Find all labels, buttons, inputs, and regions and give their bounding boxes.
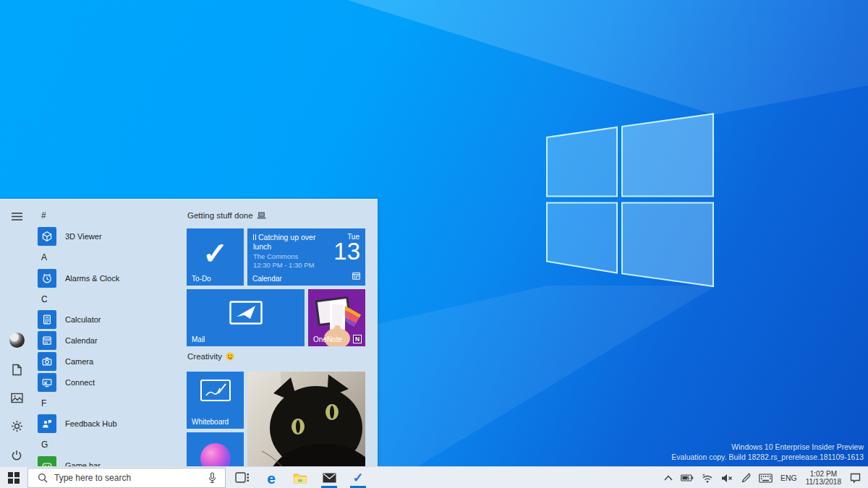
- watermark-line1: Windows 10 Enterprise Insider Preview: [671, 442, 864, 452]
- 3d-viewer-icon: [38, 227, 56, 246]
- app-list-item-alarms-clock[interactable]: Alarms & Clock: [33, 267, 187, 288]
- volume-muted-icon[interactable]: [718, 467, 736, 488]
- to-do-button[interactable]: ✓: [344, 467, 373, 488]
- paint-3d-icon: [200, 443, 231, 467]
- taskbar-search[interactable]: [27, 468, 226, 488]
- start-menu-rail: [0, 200, 33, 466]
- taskbar: e ✓: [0, 466, 868, 488]
- app-list-section-header[interactable]: A: [33, 247, 187, 268]
- app-label: Camera: [65, 357, 93, 366]
- app-label: 3D Viewer: [65, 232, 102, 241]
- connect-icon: [38, 373, 56, 392]
- user-avatar: [9, 333, 25, 348]
- app-list-item-calendar[interactable]: Calendar: [33, 330, 187, 351]
- tile-paint-3d[interactable]: [187, 432, 244, 466]
- to-do-check-icon: ✓: [187, 239, 244, 269]
- mail-icon: [323, 473, 336, 483]
- app-list-item-connect[interactable]: Connect: [33, 372, 187, 393]
- app-label: Calendar: [65, 336, 98, 345]
- tile-to-do[interactable]: ✓ To-Do: [187, 228, 244, 286]
- touch-keyboard-icon[interactable]: [755, 467, 776, 488]
- camera-icon: [38, 352, 56, 371]
- feedback-hub-icon: [38, 414, 56, 433]
- app-list-item-feedback-hub[interactable]: Feedback Hub: [33, 414, 187, 435]
- cat-photo: [247, 372, 365, 466]
- laptop-emoji: [257, 212, 266, 219]
- app-label: Game bar: [65, 461, 101, 466]
- group-title: Creativity: [187, 352, 222, 361]
- whiteboard-icon: [187, 372, 244, 415]
- section-letter: C: [41, 294, 48, 304]
- pen-icon[interactable]: [737, 467, 754, 488]
- mail-button[interactable]: [315, 467, 344, 488]
- tile-label: To-Do: [192, 275, 211, 283]
- tile-calendar[interactable]: Catching up over lunch The Commons 12:30…: [247, 228, 365, 286]
- battery-icon[interactable]: [677, 467, 697, 488]
- clock[interactable]: 1:02 PM 11/13/2018: [801, 470, 846, 486]
- app-list-section-header[interactable]: G: [33, 435, 187, 455]
- tile-label: Calendar: [252, 275, 282, 283]
- search-input[interactable]: [54, 473, 203, 483]
- section-letter: #: [41, 210, 46, 221]
- to-do-icon: ✓: [352, 470, 363, 486]
- app-label: Calculator: [65, 315, 101, 324]
- start-button[interactable]: [0, 467, 27, 488]
- smiley-emoji: [226, 352, 234, 361]
- tile-mail[interactable]: Mail: [187, 289, 305, 346]
- app-list-item-3d-viewer[interactable]: 3D Viewer: [33, 226, 187, 247]
- group-title: Getting stuff done: [187, 211, 253, 220]
- tile-onenote[interactable]: OneNote N: [308, 289, 365, 346]
- app-label: Alarms & Clock: [65, 274, 119, 283]
- windows-start-icon: [8, 472, 20, 484]
- watermark-line2: Evaluation copy. Build 18282.rs_prerelea…: [671, 452, 864, 462]
- app-list-item-calculator[interactable]: Calculator: [33, 309, 187, 330]
- app-list-section-header[interactable]: F: [33, 393, 187, 414]
- wifi-icon[interactable]: [698, 467, 717, 488]
- tile-photo-cat[interactable]: [247, 372, 365, 466]
- calendar-icon: [352, 270, 360, 283]
- power-button[interactable]: [9, 448, 25, 463]
- edge-button[interactable]: e: [257, 467, 286, 488]
- action-center-button[interactable]: [846, 467, 864, 488]
- user-account-button[interactable]: [9, 332, 25, 348]
- tile-label: Mail: [192, 335, 205, 343]
- section-letter: A: [41, 252, 47, 262]
- settings-button[interactable]: [9, 418, 25, 434]
- calendar-day: 13: [333, 239, 360, 264]
- microphone-icon[interactable]: [208, 472, 217, 484]
- tray-overflow-chevron[interactable]: [660, 467, 676, 488]
- pictures-button[interactable]: [9, 390, 25, 406]
- file-explorer-button[interactable]: [286, 467, 315, 488]
- event-status-icon: [253, 234, 256, 240]
- language-indicator[interactable]: ENG: [777, 467, 801, 488]
- app-list-item-camera[interactable]: Camera: [33, 351, 187, 372]
- tray-date: 11/13/2018: [806, 478, 841, 486]
- calendar-icon: [38, 331, 56, 350]
- file-explorer-icon: [293, 472, 307, 484]
- documents-button[interactable]: [9, 361, 25, 377]
- game-bar-icon: [38, 456, 56, 466]
- app-list-item-game-bar[interactable]: Game bar: [33, 455, 187, 466]
- tile-group-header-creativity[interactable]: Creativity: [187, 351, 234, 362]
- app-list-section-header[interactable]: #: [33, 205, 187, 226]
- task-view-button[interactable]: [228, 467, 257, 488]
- onenote-logo: N: [353, 335, 362, 343]
- section-letter: G: [41, 440, 48, 450]
- alarms-clock-icon: [38, 269, 56, 288]
- search-icon: [38, 473, 48, 483]
- edge-icon: e: [267, 471, 276, 486]
- insider-watermark: Windows 10 Enterprise Insider Preview Ev…: [671, 442, 864, 462]
- calendar-event-location: The Commons: [253, 252, 298, 260]
- calendar-event-title: Catching up over lunch: [253, 233, 327, 251]
- tile-group-header-getting-stuff-done[interactable]: Getting stuff done: [187, 210, 266, 221]
- tile-whiteboard[interactable]: Whiteboard: [187, 372, 244, 429]
- mail-envelope-icon: [187, 301, 305, 328]
- section-letter: F: [41, 398, 46, 408]
- app-list-section-header[interactable]: C: [33, 288, 187, 309]
- start-app-list: #3D ViewerAAlarms & ClockCCalculatorCale…: [33, 200, 187, 466]
- app-label: Connect: [65, 378, 95, 387]
- start-menu: #3D ViewerAAlarms & ClockCCalculatorCale…: [0, 199, 378, 466]
- calculator-icon: [38, 310, 56, 329]
- tile-label: Whiteboard: [192, 418, 229, 426]
- expand-menu-button[interactable]: [9, 208, 25, 224]
